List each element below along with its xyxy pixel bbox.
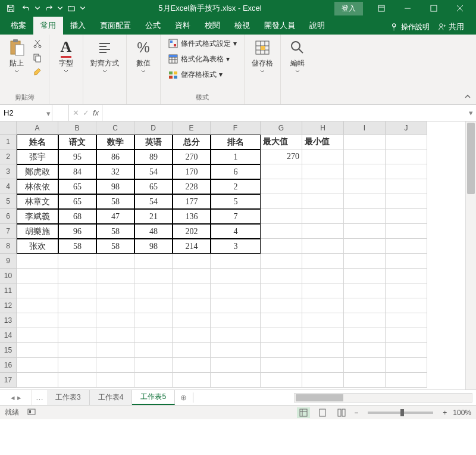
cell-A11[interactable] — [17, 283, 58, 298]
tab-home[interactable]: 常用 — [33, 17, 63, 35]
redo-dropdown[interactable] — [57, 1, 63, 15]
select-all-button[interactable] — [0, 121, 17, 135]
cell-H7[interactable] — [302, 224, 344, 239]
column-header-C[interactable]: C — [96, 121, 134, 135]
cell-G7[interactable] — [261, 224, 302, 239]
undo-button[interactable] — [19, 1, 33, 15]
cell-F14[interactable] — [211, 328, 261, 343]
row-header-12[interactable]: 12 — [0, 298, 17, 313]
cell-C16[interactable] — [96, 358, 134, 373]
cell-B17[interactable] — [58, 373, 96, 388]
cell-H4[interactable] — [302, 179, 344, 194]
cell-E11[interactable] — [173, 283, 211, 298]
cell-H9[interactable] — [302, 254, 344, 269]
font-button[interactable]: A 字型 — [54, 37, 78, 74]
cell-F13[interactable] — [211, 313, 261, 328]
cell-F5[interactable]: 5 — [211, 194, 261, 209]
cell-G6[interactable] — [261, 209, 302, 224]
cell-I12[interactable] — [344, 298, 386, 313]
horizontal-scrollbar[interactable] — [294, 393, 472, 403]
save-button[interactable] — [4, 1, 18, 15]
cancel-formula-icon[interactable]: ✕ — [73, 108, 79, 117]
view-normal-button[interactable] — [297, 407, 310, 418]
cell-D17[interactable] — [134, 373, 173, 388]
cell-H5[interactable] — [302, 194, 344, 209]
cell-I1[interactable] — [344, 135, 386, 149]
row-header-3[interactable]: 3 — [0, 164, 17, 179]
redo-button[interactable] — [42, 1, 56, 15]
cell-E17[interactable] — [173, 373, 211, 388]
cell-D8[interactable]: 98 — [134, 239, 173, 254]
cell-B15[interactable] — [58, 343, 96, 358]
cut-button[interactable] — [31, 37, 44, 50]
cell-E6[interactable]: 136 — [173, 209, 211, 224]
undo-dropdown[interactable] — [35, 1, 40, 15]
cell-H6[interactable] — [302, 209, 344, 224]
cell-A6[interactable]: 李斌義 — [17, 209, 58, 224]
cell-A1[interactable]: 姓名 — [17, 135, 58, 149]
cell-F11[interactable] — [211, 283, 261, 298]
cell-D15[interactable] — [134, 343, 173, 358]
cell-J15[interactable] — [386, 343, 427, 358]
cell-E12[interactable] — [173, 298, 211, 313]
cell-E10[interactable] — [173, 269, 211, 283]
row-header-7[interactable]: 7 — [0, 224, 17, 239]
close-button[interactable] — [447, 0, 472, 17]
cell-H11[interactable] — [302, 283, 344, 298]
cell-F10[interactable] — [211, 269, 261, 283]
cell-F15[interactable] — [211, 343, 261, 358]
cell-H15[interactable] — [302, 343, 344, 358]
cell-B11[interactable] — [58, 283, 96, 298]
cell-F3[interactable]: 6 — [211, 164, 261, 179]
cell-J7[interactable] — [386, 224, 427, 239]
cell-C6[interactable]: 47 — [96, 209, 134, 224]
cell-F4[interactable]: 2 — [211, 179, 261, 194]
cell-F16[interactable] — [211, 358, 261, 373]
cell-D13[interactable] — [134, 313, 173, 328]
cell-D9[interactable] — [134, 254, 173, 269]
cell-E4[interactable]: 228 — [173, 179, 211, 194]
column-header-D[interactable]: D — [134, 121, 173, 135]
cell-B8[interactable]: 58 — [58, 239, 96, 254]
cell-J1[interactable] — [386, 135, 427, 149]
cell-C15[interactable] — [96, 343, 134, 358]
cell-H13[interactable] — [302, 313, 344, 328]
cell-A17[interactable] — [17, 373, 58, 388]
cell-F6[interactable]: 7 — [211, 209, 261, 224]
tab-view[interactable]: 檢視 — [227, 17, 257, 35]
cell-I5[interactable] — [344, 194, 386, 209]
tab-layout[interactable]: 頁面配置 — [93, 17, 138, 35]
column-header-B[interactable]: B — [58, 121, 96, 135]
cell-H14[interactable] — [302, 328, 344, 343]
cell-I9[interactable] — [344, 254, 386, 269]
cell-A5[interactable]: 林章文 — [17, 194, 58, 209]
cell-J13[interactable] — [386, 313, 427, 328]
cell-B13[interactable] — [58, 313, 96, 328]
name-box-dropdown[interactable]: ▾ — [46, 108, 51, 117]
cell-G8[interactable] — [261, 239, 302, 254]
cell-F12[interactable] — [211, 298, 261, 313]
cell-I2[interactable] — [344, 149, 386, 164]
cell-I3[interactable] — [344, 164, 386, 179]
cell-H10[interactable] — [302, 269, 344, 283]
row-header-14[interactable]: 14 — [0, 328, 17, 343]
cell-A8[interactable]: 张欢 — [17, 239, 58, 254]
row-header-17[interactable]: 17 — [0, 373, 17, 388]
tab-formulas[interactable]: 公式 — [138, 17, 168, 35]
cell-E13[interactable] — [173, 313, 211, 328]
cell-E3[interactable]: 170 — [173, 164, 211, 179]
cell-G10[interactable] — [261, 269, 302, 283]
cell-E1[interactable]: 总分 — [173, 135, 211, 149]
cell-B7[interactable]: 96 — [58, 224, 96, 239]
cell-D2[interactable]: 89 — [134, 149, 173, 164]
cell-H8[interactable] — [302, 239, 344, 254]
cell-I8[interactable] — [344, 239, 386, 254]
cell-E14[interactable] — [173, 328, 211, 343]
cell-I16[interactable] — [344, 358, 386, 373]
column-header-A[interactable]: A — [17, 121, 58, 135]
cell-C14[interactable] — [96, 328, 134, 343]
name-box-input[interactable] — [4, 108, 48, 117]
cell-C8[interactable]: 58 — [96, 239, 134, 254]
row-header-16[interactable]: 16 — [0, 358, 17, 373]
cell-A3[interactable]: 鄭虎敢 — [17, 164, 58, 179]
